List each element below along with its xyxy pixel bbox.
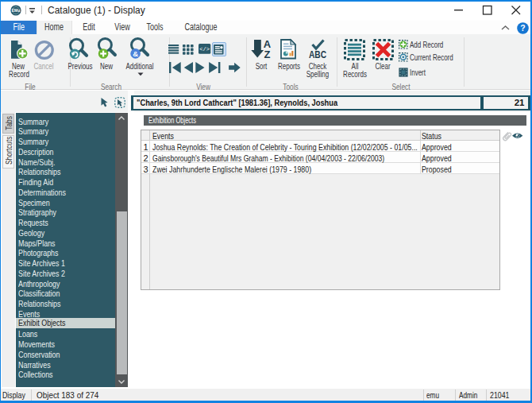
svg-text:EMu: EMu xyxy=(12,8,21,13)
svg-text:</>: </> xyxy=(199,46,210,52)
svg-text:&: & xyxy=(133,49,138,58)
svg-text:Z: Z xyxy=(264,48,271,60)
svg-text:?: ? xyxy=(520,23,525,33)
